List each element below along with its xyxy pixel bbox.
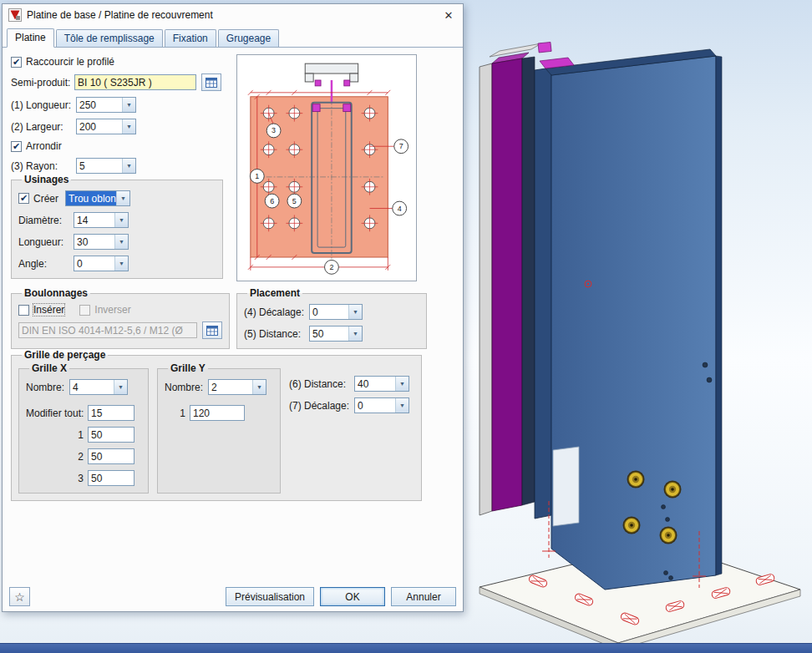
chevron-down-icon[interactable]: ▼ [122,98,135,112]
longueur-label: (1) Longueur: [11,99,76,111]
checkbox-unchecked-icon [79,305,90,316]
dropdown-value: 0 [355,398,395,413]
bolt-catalog-button[interactable] [202,321,222,339]
largeur-dropdown[interactable]: 200 ▼ [76,119,136,134]
dialog-content: ✔ Raccourcir le profilé Semi-produit: BI… [3,48,463,586]
placement-title: Placement [247,287,302,299]
chevron-down-icon[interactable]: ▼ [122,119,135,134]
inserer-label: Insérer [33,304,64,316]
tab-fixation[interactable]: Fixation [165,29,216,47]
inserer-checkbox[interactable]: Insérer [18,304,64,316]
tab-tole-de-remplissage[interactable]: Tôle de remplissage [56,29,163,47]
grille-x-row-field[interactable]: 50 [88,448,134,464]
distance6-label: (6) Distance: [289,378,354,390]
distance6-dropdown[interactable]: 40 ▼ [354,376,409,392]
dropdown-value: 200 [77,119,122,134]
grille-x-row-label: 3 [26,473,88,484]
modifier-tout-field[interactable]: 15 [88,405,134,421]
checkbox-checked-icon: ✔ [11,57,22,68]
chevron-down-icon[interactable]: ▼ [114,213,128,227]
profile-section-view [305,63,358,82]
callout-1: 1 [255,172,259,180]
chevron-down-icon[interactable]: ▼ [348,305,362,319]
chevron-down-icon[interactable]: ▼ [116,191,129,205]
chevron-down-icon[interactable]: ▼ [122,159,135,173]
raccourcir-checkbox[interactable]: ✔ Raccourcir le profilé [11,56,114,68]
grille-x-row-field[interactable]: 50 [88,427,134,443]
callout-6: 6 [270,197,274,205]
check-glyph: ✔ [13,142,20,151]
diametre-dropdown[interactable]: 14 ▼ [74,212,129,228]
tab-grugeage[interactable]: Grugeage [218,29,279,47]
checkbox-checked-icon: ✔ [11,141,22,152]
angle-dropdown[interactable]: 0 ▼ [74,256,129,271]
grille-de-percage-group: Grille de perçage Grille X Nombre: 4 ▼ [11,349,422,501]
tab-platine[interactable]: Platine [7,28,54,48]
callout-7: 7 [399,142,403,150]
usinage-longueur-dropdown[interactable]: 30 ▼ [74,234,129,250]
grille-y-nombre-dropdown[interactable]: 2 ▼ [208,379,266,395]
check-glyph: ✔ [20,194,28,203]
grille-x-title: Grille X [29,362,69,374]
semi-product-field[interactable]: BI 10 ( S235JR ) [74,74,196,90]
grille-title: Grille de perçage [22,349,108,361]
table-icon [206,78,217,88]
grille-y-row-label: 1 [165,407,190,419]
decalage4-dropdown[interactable]: 0 ▼ [309,304,363,320]
raccourcir-label: Raccourcir le profilé [26,56,114,68]
chevron-down-icon[interactable]: ▼ [395,398,409,413]
callout-2: 2 [329,263,333,271]
cancel-button[interactable]: Annuler [391,587,456,606]
rayon-dropdown[interactable]: 5 ▼ [76,158,136,174]
dialog-title: Platine de base / Platine de recouvremen… [27,9,213,21]
arrondir-checkbox[interactable]: ✔ Arrondir [11,140,62,152]
rayon-label: (3) Rayon: [11,160,76,172]
column-notch [553,447,579,526]
grille-x-row-label: 2 [26,451,88,463]
bolt [664,481,682,499]
preview-button[interactable]: Prévisualisation [226,587,314,606]
chevron-down-icon[interactable]: ▼ [114,380,127,394]
application-window: Platine de base / Platine de recouvremen… [0,0,812,653]
hole-type-dropdown[interactable]: Trou oblon ▼ [65,190,130,206]
dropdown-value: 250 [77,98,122,112]
creer-checkbox[interactable]: ✔ Créer [18,193,58,205]
distance5-dropdown[interactable]: 50 ▼ [309,326,363,342]
chevron-down-icon[interactable]: ▼ [252,380,266,394]
ok-button[interactable]: OK [320,587,385,606]
placement-group: Placement (4) Décalage: 0 ▼ (5) Distance… [236,287,427,349]
grille-x-row-field[interactable]: 50 [88,470,134,486]
favorite-button[interactable]: ☆ [9,587,30,606]
decalage7-label: (7) Décalage: [289,400,354,412]
grille-y-row-field[interactable]: 120 [190,405,245,421]
dropdown-value: Trou oblon [66,191,116,205]
chevron-down-icon[interactable]: ▼ [348,326,362,341]
grille-y-title: Grille Y [168,362,208,374]
decalage7-dropdown[interactable]: 0 ▼ [354,397,409,413]
tab-bar: Platine Tôle de remplissage Fixation Gru… [3,26,463,48]
grille-x-nombre-dropdown[interactable]: 4 ▼ [69,379,128,395]
table-icon [206,326,218,336]
longueur-dropdown[interactable]: 250 ▼ [76,97,136,113]
creer-label: Créer [33,193,58,205]
bolt [660,527,678,544]
callout-5: 5 [292,197,297,205]
status-strip [0,643,812,653]
titlebar[interactable]: Platine de base / Platine de recouvremen… [3,4,463,26]
distance5-label: (5) Distance: [244,328,309,340]
3d-model-viewport[interactable] [464,0,812,643]
chevron-down-icon[interactable]: ▼ [395,377,409,391]
dropdown-value: 30 [74,235,114,249]
grille-x-group: Grille X Nombre: 4 ▼ Modifier tout: 15 [18,362,149,494]
close-icon[interactable]: ✕ [440,9,457,22]
angle-label: Angle: [18,258,74,270]
chevron-down-icon[interactable]: ▼ [114,256,128,271]
profile-catalog-button[interactable] [201,73,221,91]
app-icon [8,8,22,22]
drawing-preview: 1 2 3 4 5 6 7 [236,54,417,281]
largeur-label: (2) Largeur: [11,121,76,133]
grille-y-nombre-label: Nombre: [165,382,208,393]
dropdown-value: 50 [310,326,348,341]
chevron-down-icon[interactable]: ▼ [114,235,128,249]
boulonnages-title: Boulonnages [22,287,90,299]
